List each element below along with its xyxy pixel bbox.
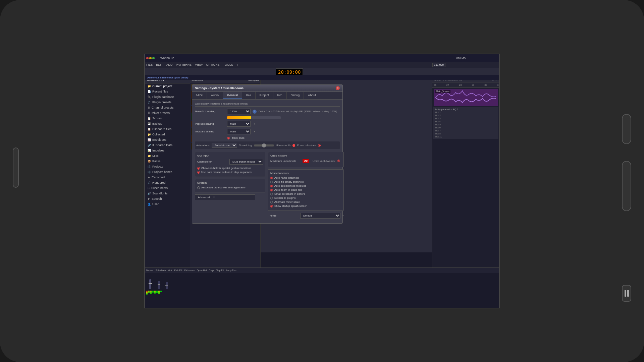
sidebar-item-impulses[interactable]: 📊 Impulses (145, 148, 190, 153)
alt-meter-radio[interactable] (270, 201, 273, 203)
auto-zoom-radio[interactable] (270, 189, 273, 191)
menu-file[interactable]: FILE (146, 63, 153, 66)
small-scrollbars-radio[interactable] (270, 193, 273, 195)
tab-general[interactable]: General (223, 92, 242, 99)
tab-midi[interactable]: MIDI (192, 92, 207, 99)
tab-about[interactable]: About (304, 92, 320, 99)
app-title: I Wanna Be (159, 56, 174, 60)
fader-master[interactable] (146, 279, 155, 289)
auto-select-radio[interactable] (270, 185, 273, 187)
projects-icon: 🎼 (148, 165, 151, 168)
sidebar-item-mixer-presets[interactable]: 🎛 Mixer presets (145, 110, 190, 116)
tab-file[interactable]: File (242, 92, 256, 99)
tab-audio[interactable]: Audio (207, 92, 223, 99)
window-controls[interactable] (146, 57, 155, 59)
auto-zip-radio[interactable] (270, 181, 273, 183)
fader-2[interactable] (163, 282, 170, 289)
sidebar-item-soundfonts[interactable]: 🔊 Soundfonts (145, 191, 190, 196)
force-refresh-dot[interactable] (318, 144, 321, 147)
menu-add[interactable]: ADD (166, 63, 173, 66)
menu-patterns[interactable]: PATTERNS (176, 63, 192, 66)
sidebar-item-recorded[interactable]: ⏺ Recorded (145, 175, 190, 180)
menu-options[interactable]: OPTIONS (206, 63, 220, 66)
bones-icon: 🎼 (148, 171, 151, 174)
menu-view[interactable]: VIEW (195, 63, 203, 66)
left-col: GUI input Optimize for Multi-button mous… (195, 152, 265, 221)
sidebar-item-envelopes[interactable]: 📈 Envelopes (145, 137, 190, 142)
sidebar-item-recent-files[interactable]: 📄 Recent files (145, 89, 190, 94)
pause-button[interactable] (622, 285, 631, 302)
power-button[interactable] (622, 114, 631, 144)
sidebar-item-speech[interactable]: 🗣 Speech (145, 196, 190, 201)
sidebar-label: Plugin database (152, 95, 174, 99)
associate-radio[interactable] (197, 186, 200, 189)
plugin-icon: 🔌 (148, 96, 151, 99)
sidebar-item-packs[interactable]: 📦 Packs (145, 159, 190, 164)
dialog-content: GUI display (requires a restart to take … (192, 100, 342, 223)
sidebar-item-il-shared[interactable]: 🔗 IL Shared Data (145, 142, 190, 148)
tab-debug[interactable]: Debug (287, 92, 304, 99)
sidebar-label: Misc (152, 154, 159, 158)
sidebar-item-user[interactable]: 👤 User (145, 201, 190, 207)
smoothing-slider[interactable] (254, 144, 274, 146)
force-refresh-label: Force refreshes (297, 144, 316, 147)
main-gui-row: Main GUI scaling 125% ? Define 1 inch / … (195, 109, 340, 114)
menu-tools[interactable]: TOOLS (223, 63, 233, 66)
undo-knob-dot[interactable] (337, 160, 340, 162)
toolbars-select[interactable]: Main (227, 129, 251, 134)
detach-plugins-radio[interactable] (270, 197, 273, 199)
misc-icon: 📁 (148, 155, 151, 158)
fader-1[interactable] (155, 281, 163, 289)
associate-row: Associate project files with application (197, 186, 263, 189)
file-icon: 📄 (148, 90, 151, 93)
theme-select[interactable]: Default (300, 213, 340, 219)
thick-lines-row: Thick lines (195, 136, 340, 139)
tab-info[interactable]: Info (273, 92, 287, 99)
bpm-display[interactable]: 131.000 (432, 63, 445, 67)
menu-help[interactable]: ? (236, 63, 238, 66)
animations-select[interactable]: Entertain me (212, 143, 237, 148)
main-gui-select[interactable]: 125% (227, 109, 251, 114)
menu-edit[interactable]: EDIT (156, 63, 163, 66)
scores-icon: 📋 (148, 117, 151, 120)
sidebar-label: Clipboard files (152, 127, 171, 131)
popups-select[interactable]: Main (227, 121, 251, 127)
checkbox2-radio[interactable] (197, 171, 200, 174)
sidebar-item-misc[interactable]: 📁 Misc (145, 153, 190, 159)
sidebar-item-backup[interactable]: 💾 Backup (145, 121, 190, 126)
ppi-slider[interactable] (227, 116, 281, 119)
help-button[interactable]: ? (253, 110, 257, 114)
splash-screen-radio[interactable] (270, 205, 273, 207)
time-value: 20:09:00 (278, 69, 301, 75)
tab-project[interactable]: Project (256, 92, 273, 99)
channel-icon: 🎚 (148, 106, 150, 109)
checkbox1-radio[interactable] (197, 167, 200, 170)
phone-frame: I Wanna Be 20:09:00 816 MB FILE EDIT ADD… (0, 0, 644, 362)
sidebar-item-current-project[interactable]: 📁 Current project (145, 83, 190, 89)
right-mixer-panel: Mixer - Percussion Fills — □ ✕ 26 27 28 … (432, 77, 499, 267)
home-button[interactable] (622, 161, 631, 211)
sidebar-label: Impulses (152, 149, 164, 152)
sidebar-item-collected[interactable]: 📁 Collected (145, 132, 190, 137)
sidebar-item-projects[interactable]: 🎼 Projects (145, 164, 190, 169)
dialog-close-button[interactable]: ✕ (336, 86, 340, 90)
define-text: Define 1 inch / 2.54 cm or set display's… (259, 110, 340, 113)
sidebar-label: Envelopes (152, 138, 166, 141)
auto-select-row: Auto select linked modules (270, 184, 341, 187)
sidebar-item-project-bones[interactable]: 🎼 Projects bones (145, 169, 190, 175)
settings-dialog: Settings - System / miscellaneous ✕ MIDI… (192, 84, 343, 224)
advanced-button[interactable]: Advanced... ▾ (195, 194, 255, 200)
optimize-select[interactable]: Multi-button mouse (229, 159, 263, 165)
sidebar-label: Projects (152, 165, 163, 168)
sidebar-item-channel-presets[interactable]: 🎚 Channel presets (145, 105, 190, 110)
thick-lines-radio[interactable] (227, 137, 230, 139)
sidebar-item-plugin-presets[interactable]: 🎵 Plugin presets (145, 100, 190, 105)
sidebar-item-plugin-database[interactable]: 🔌 Plugin database (145, 94, 190, 100)
auto-name-radio[interactable] (270, 177, 273, 179)
sidebar-item-scores[interactable]: 📋 Scores (145, 116, 190, 121)
smoothing-handle (262, 143, 266, 147)
sidebar-item-sliced-beats[interactable]: ✂ Sliced beats (145, 185, 190, 191)
volume-button[interactable] (13, 147, 19, 188)
sidebar-item-rendered[interactable]: 🎵 Rendered (145, 180, 190, 185)
sidebar-item-clipboard[interactable]: 📋 Clipboard files (145, 126, 190, 132)
